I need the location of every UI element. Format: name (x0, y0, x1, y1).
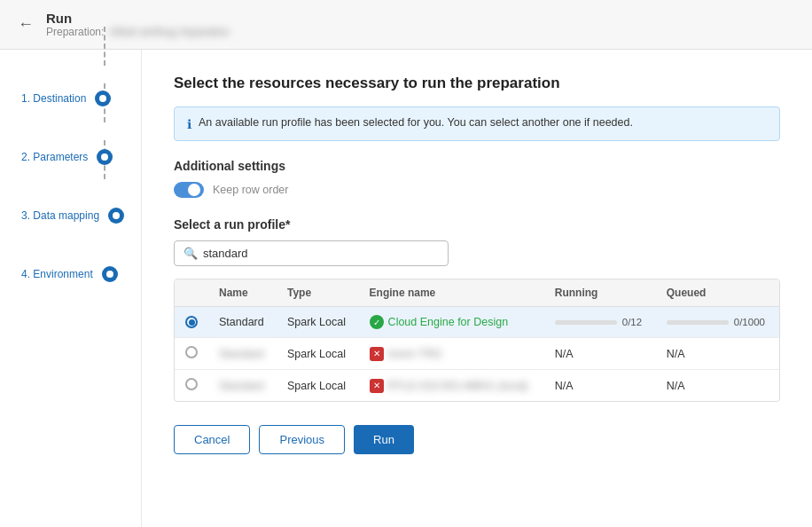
col-radio (175, 279, 208, 307)
step-4: 4. Environment (21, 252, 127, 296)
step-4-label: 4. Environment (21, 268, 93, 280)
row-type: Spark Local (277, 338, 359, 370)
status-err-icon: ✕ (370, 347, 384, 361)
step-2-label: 2. Parameters (21, 151, 88, 163)
main-layout: 1. Destination 2. Parameters 3. Data map… (0, 50, 812, 527)
step-2: 2. Parameters (21, 135, 127, 179)
additional-settings-title: Additional settings (174, 159, 780, 173)
radio-cell[interactable] (175, 370, 208, 402)
footer-buttons: Cancel Previous Run (174, 421, 780, 454)
row-engine: ✕ RTLE-010-001-MBH1 (local) (359, 370, 544, 402)
row-type: Spark Local (277, 307, 359, 338)
row-engine: ✕ lorem TRG (359, 338, 544, 370)
engine-name: Cloud Engine for Design (388, 316, 509, 328)
info-banner: ℹ An available run profile has been sele… (174, 106, 780, 141)
status-ok-icon: ✓ (370, 315, 384, 329)
info-icon: ℹ (187, 117, 191, 131)
header: ← Run Preparation: hillset amthug /repar… (0, 0, 812, 50)
status-err-icon: ✕ (370, 379, 384, 393)
engine-name-blurred2: RTLE-010-001-MBH1 (local) (388, 380, 528, 392)
run-profile-table: Name Type Engine name Running Queued (174, 279, 780, 402)
row-running: N/A (544, 338, 656, 370)
table-header-row: Name Type Engine name Running Queued (175, 279, 779, 307)
row-type: Spark Local (277, 370, 359, 402)
search-box: 🔍 (174, 240, 449, 266)
row-queued: 0/1000 (656, 307, 779, 338)
step-1: 1. Destination (21, 76, 127, 121)
radio-unselected[interactable] (185, 378, 198, 390)
toggle-row: Keep row order (174, 182, 780, 198)
engine-name-blurred: lorem TRG (388, 348, 442, 360)
col-queued: Queued (656, 279, 779, 307)
col-engine: Engine name (359, 279, 544, 307)
toggle-label: Keep row order (213, 184, 288, 196)
search-input[interactable] (203, 247, 439, 260)
run-button[interactable]: Run (354, 425, 414, 454)
row-name: Standard (208, 338, 277, 370)
row-running: 0/12 (544, 307, 656, 338)
radio-cell[interactable] (175, 338, 208, 370)
back-button[interactable]: ← (18, 15, 34, 34)
step-3-label: 3. Data mapping (21, 209, 99, 222)
col-running: Running (544, 279, 656, 307)
radio-cell[interactable] (175, 307, 208, 338)
step-2-dot (97, 149, 113, 165)
step-3-dot (108, 208, 124, 224)
info-text: An available run profile has been select… (199, 116, 633, 129)
cancel-button[interactable]: Cancel (174, 425, 250, 454)
row-running: N/A (544, 370, 656, 402)
step-1-dot (95, 90, 111, 106)
table-row[interactable]: Standard Spark Local ✕ lorem TRG N/A N/A (175, 338, 779, 370)
page-title: Run (46, 11, 230, 26)
row-name: Standard (208, 307, 277, 338)
radio-unselected[interactable] (185, 346, 198, 358)
table-row[interactable]: Standard Spark Local ✓ Cloud Engine for … (175, 307, 779, 338)
content-title: Select the resources necessary to run th… (174, 75, 780, 92)
search-icon: 🔍 (183, 247, 198, 260)
header-subtitle: Preparation: hillset amthug /reparation (46, 26, 230, 38)
row-name: Standard (208, 370, 277, 402)
col-type: Type (277, 279, 359, 307)
step-4-dot (102, 266, 118, 282)
col-name: Name (208, 279, 277, 307)
table-row[interactable]: Standard Spark Local ✕ RTLE-010-001-MBH1… (175, 370, 779, 402)
step-1-label: 1. Destination (21, 92, 86, 105)
row-queued: N/A (656, 370, 779, 402)
row-queued: N/A (656, 338, 779, 370)
radio-selected[interactable] (185, 316, 198, 328)
run-profile-title: Select a run profile* (174, 217, 780, 232)
stepper-sidebar: 1. Destination 2. Parameters 3. Data map… (0, 50, 142, 527)
step-3: 3. Data mapping (21, 193, 127, 238)
content-area: Select the resources necessary to run th… (142, 50, 812, 527)
row-engine: ✓ Cloud Engine for Design (359, 307, 544, 338)
keep-row-order-toggle[interactable] (174, 182, 204, 198)
previous-button[interactable]: Previous (259, 425, 345, 454)
